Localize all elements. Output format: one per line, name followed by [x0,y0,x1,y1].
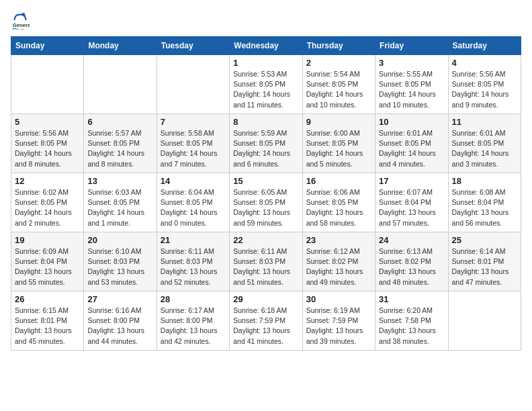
day-number: 8 [233,117,298,127]
day-info: Sunrise: 6:11 AM Sunset: 8:03 PM Dayligh… [233,246,298,287]
day-number: 2 [306,58,371,68]
calendar-cell: 30Sunrise: 6:19 AM Sunset: 7:59 PM Dayli… [302,291,375,351]
day-number: 22 [233,235,298,245]
week-row-4: 19Sunrise: 6:09 AM Sunset: 8:04 PM Dayli… [11,232,521,291]
day-info: Sunrise: 5:57 AM Sunset: 8:05 PM Dayligh… [87,128,152,169]
day-number: 27 [87,294,152,304]
week-row-3: 12Sunrise: 6:02 AM Sunset: 8:05 PM Dayli… [11,173,521,232]
day-number: 1 [233,58,298,68]
day-number: 23 [306,235,371,245]
logo: General Blue [11,11,32,30]
day-header-wednesday: Wednesday [230,37,302,55]
calendar-cell: 15Sunrise: 6:05 AM Sunset: 8:05 PM Dayli… [230,173,302,232]
calendar-cell: 3Sunrise: 5:55 AM Sunset: 8:05 PM Daylig… [375,55,448,114]
day-header-friday: Friday [375,37,448,55]
calendar-cell [157,55,229,114]
calendar-cell [11,55,84,114]
day-number: 5 [15,117,80,127]
day-number: 26 [15,294,80,304]
days-header-row: SundayMondayTuesdayWednesdayThursdayFrid… [11,37,521,55]
day-info: Sunrise: 5:59 AM Sunset: 8:05 PM Dayligh… [233,128,298,169]
calendar-cell: 4Sunrise: 5:56 AM Sunset: 8:05 PM Daylig… [448,55,521,114]
calendar-cell: 24Sunrise: 6:13 AM Sunset: 8:02 PM Dayli… [375,232,448,291]
day-number: 4 [452,58,517,68]
day-number: 18 [452,176,517,186]
day-info: Sunrise: 6:01 AM Sunset: 8:05 PM Dayligh… [452,128,517,169]
day-number: 14 [161,176,226,186]
day-info: Sunrise: 5:56 AM Sunset: 8:05 PM Dayligh… [452,69,517,110]
day-info: Sunrise: 6:03 AM Sunset: 8:05 PM Dayligh… [87,187,152,228]
day-info: Sunrise: 6:11 AM Sunset: 8:03 PM Dayligh… [161,246,226,287]
week-row-5: 26Sunrise: 6:15 AM Sunset: 8:01 PM Dayli… [11,291,521,351]
calendar-cell: 17Sunrise: 6:07 AM Sunset: 8:04 PM Dayli… [375,173,448,232]
week-row-2: 5Sunrise: 5:56 AM Sunset: 8:05 PM Daylig… [11,114,521,173]
calendar-table: SundayMondayTuesdayWednesdayThursdayFrid… [11,36,521,351]
day-number: 24 [379,235,444,245]
calendar-cell: 12Sunrise: 6:02 AM Sunset: 8:05 PM Dayli… [11,173,84,232]
day-info: Sunrise: 6:18 AM Sunset: 7:59 PM Dayligh… [233,306,298,347]
day-info: Sunrise: 6:16 AM Sunset: 8:00 PM Dayligh… [87,306,152,347]
day-info: Sunrise: 6:09 AM Sunset: 8:04 PM Dayligh… [15,246,80,287]
day-number: 17 [379,176,444,186]
day-info: Sunrise: 6:08 AM Sunset: 8:04 PM Dayligh… [452,187,517,228]
day-info: Sunrise: 6:17 AM Sunset: 8:00 PM Dayligh… [161,306,226,347]
day-info: Sunrise: 6:00 AM Sunset: 8:05 PM Dayligh… [306,128,371,169]
day-info: Sunrise: 5:55 AM Sunset: 8:05 PM Dayligh… [379,69,444,110]
page-header: General Blue [11,11,521,30]
calendar-cell [84,55,157,114]
calendar-cell: 29Sunrise: 6:18 AM Sunset: 7:59 PM Dayli… [230,291,302,351]
svg-text:Blue: Blue [13,27,24,30]
calendar-cell: 11Sunrise: 6:01 AM Sunset: 8:05 PM Dayli… [448,114,521,173]
day-info: Sunrise: 6:13 AM Sunset: 8:02 PM Dayligh… [379,246,444,287]
day-info: Sunrise: 6:19 AM Sunset: 7:59 PM Dayligh… [306,306,371,347]
day-number: 28 [161,294,226,304]
calendar-cell: 13Sunrise: 6:03 AM Sunset: 8:05 PM Dayli… [84,173,157,232]
day-header-monday: Monday [84,37,157,55]
logo-icon: General Blue [11,11,30,30]
day-number: 12 [15,176,80,186]
day-info: Sunrise: 6:02 AM Sunset: 8:05 PM Dayligh… [15,187,80,228]
calendar-cell: 22Sunrise: 6:11 AM Sunset: 8:03 PM Dayli… [230,232,302,291]
calendar-cell: 21Sunrise: 6:11 AM Sunset: 8:03 PM Dayli… [157,232,229,291]
calendar-cell: 16Sunrise: 6:06 AM Sunset: 8:05 PM Dayli… [302,173,375,232]
day-info: Sunrise: 6:10 AM Sunset: 8:03 PM Dayligh… [87,246,152,287]
calendar-cell [448,291,521,351]
day-number: 6 [87,117,152,127]
calendar-cell: 23Sunrise: 6:12 AM Sunset: 8:02 PM Dayli… [302,232,375,291]
day-number: 15 [233,176,298,186]
day-number: 9 [306,117,371,127]
day-info: Sunrise: 6:15 AM Sunset: 8:01 PM Dayligh… [15,306,80,347]
calendar-cell: 14Sunrise: 6:04 AM Sunset: 8:05 PM Dayli… [157,173,229,232]
day-info: Sunrise: 5:56 AM Sunset: 8:05 PM Dayligh… [15,128,80,169]
calendar-cell: 27Sunrise: 6:16 AM Sunset: 8:00 PM Dayli… [84,291,157,351]
calendar-cell: 6Sunrise: 5:57 AM Sunset: 8:05 PM Daylig… [84,114,157,173]
day-info: Sunrise: 6:06 AM Sunset: 8:05 PM Dayligh… [306,187,371,228]
calendar-cell: 19Sunrise: 6:09 AM Sunset: 8:04 PM Dayli… [11,232,84,291]
day-info: Sunrise: 5:58 AM Sunset: 8:05 PM Dayligh… [161,128,226,169]
calendar-cell: 8Sunrise: 5:59 AM Sunset: 8:05 PM Daylig… [230,114,302,173]
calendar-cell: 5Sunrise: 5:56 AM Sunset: 8:05 PM Daylig… [11,114,84,173]
calendar-cell: 10Sunrise: 6:01 AM Sunset: 8:05 PM Dayli… [375,114,448,173]
calendar-cell: 1Sunrise: 5:53 AM Sunset: 8:05 PM Daylig… [230,55,302,114]
day-header-thursday: Thursday [302,37,375,55]
day-number: 19 [15,235,80,245]
calendar-cell: 7Sunrise: 5:58 AM Sunset: 8:05 PM Daylig… [157,114,229,173]
day-number: 31 [379,294,444,304]
calendar-cell: 2Sunrise: 5:54 AM Sunset: 8:05 PM Daylig… [302,55,375,114]
day-info: Sunrise: 6:01 AM Sunset: 8:05 PM Dayligh… [379,128,444,169]
calendar-cell: 25Sunrise: 6:14 AM Sunset: 8:01 PM Dayli… [448,232,521,291]
calendar-cell: 26Sunrise: 6:15 AM Sunset: 8:01 PM Dayli… [11,291,84,351]
day-number: 25 [452,235,517,245]
day-number: 20 [87,235,152,245]
day-header-tuesday: Tuesday [157,37,229,55]
day-number: 30 [306,294,371,304]
day-number: 10 [379,117,444,127]
calendar-cell: 31Sunrise: 6:20 AM Sunset: 7:58 PM Dayli… [375,291,448,351]
day-info: Sunrise: 5:54 AM Sunset: 8:05 PM Dayligh… [306,69,371,110]
day-number: 3 [379,58,444,68]
day-info: Sunrise: 6:12 AM Sunset: 8:02 PM Dayligh… [306,246,371,287]
day-info: Sunrise: 6:07 AM Sunset: 8:04 PM Dayligh… [379,187,444,228]
day-info: Sunrise: 6:04 AM Sunset: 8:05 PM Dayligh… [161,187,226,228]
day-header-saturday: Saturday [448,37,521,55]
day-number: 7 [161,117,226,127]
